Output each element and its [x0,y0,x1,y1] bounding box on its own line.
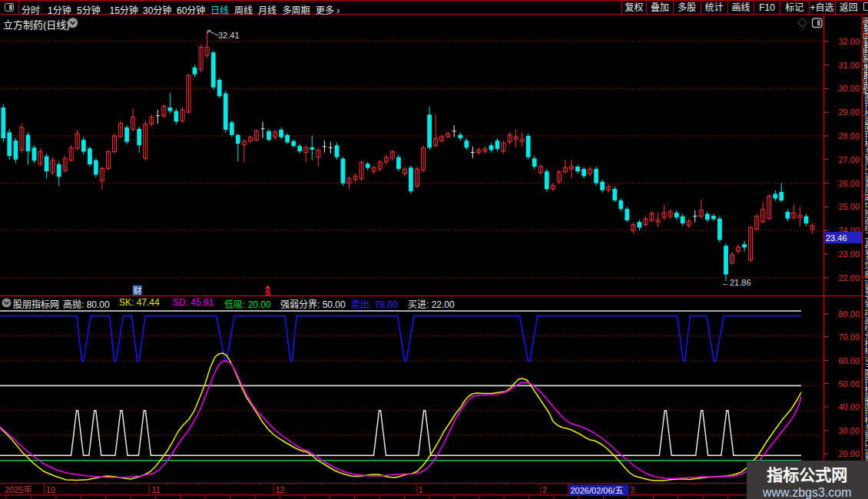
svg-text:财: 财 [134,286,142,296]
svg-text:25.00: 25.00 [838,202,860,211]
svg-text:26.00: 26.00 [838,179,860,188]
svg-text:←21.86: ←21.86 [721,278,751,287]
svg-text:1: 1 [419,485,423,494]
svg-text:70.00: 70.00 [838,332,860,342]
svg-text:22.00: 22.00 [838,273,860,283]
svg-text:60.00: 60.00 [838,356,860,365]
svg-text:23.00: 23.00 [838,250,860,259]
svg-text:10: 10 [46,485,55,494]
svg-text:11: 11 [152,485,161,494]
svg-text:27.00: 27.00 [838,155,860,164]
svg-text:20.00: 20.00 [838,449,860,458]
svg-text:29.00: 29.00 [838,107,860,117]
svg-text:50.00: 50.00 [838,379,860,388]
svg-text:3: 3 [630,485,634,494]
svg-text:2025年: 2025年 [5,484,31,494]
svg-text:40.00: 40.00 [838,402,860,411]
svg-text:32.00: 32.00 [838,37,860,46]
svg-text:30.00: 30.00 [838,426,860,435]
svg-text:32.41: 32.41 [218,31,240,40]
svg-text:80.00: 80.00 [838,309,860,319]
svg-text:31.00: 31.00 [838,61,860,70]
svg-text:2026/02/06/五: 2026/02/06/五 [571,486,624,495]
svg-text:2: 2 [542,485,547,494]
svg-text:23.46: 23.46 [826,233,847,243]
svg-text:30.00: 30.00 [838,84,860,93]
svg-text:28.00: 28.00 [838,131,860,140]
svg-text:12: 12 [276,485,285,494]
